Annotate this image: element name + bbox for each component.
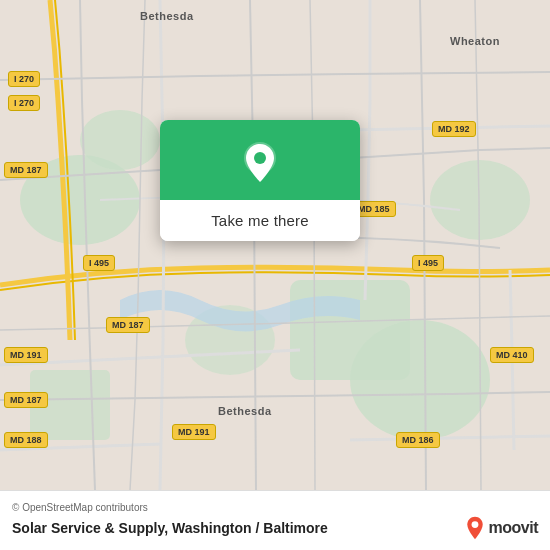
svg-point-2 xyxy=(80,110,160,170)
bethesda-bottom-label: Bethesda xyxy=(218,405,272,417)
md192-label: MD 192 xyxy=(432,121,476,137)
location-pin-icon xyxy=(238,140,282,184)
bethesda-top-label: Bethesda xyxy=(140,10,194,22)
md191-label-b: MD 191 xyxy=(172,424,216,440)
i495-label-a: I 495 xyxy=(83,255,115,271)
moovit-pin-icon xyxy=(465,516,485,540)
map-container: Bethesda Wheaton Bethesda I 270 I 270 MD… xyxy=(0,0,550,490)
map-background xyxy=(0,0,550,490)
location-title: Solar Service & Supply, Washington / Bal… xyxy=(12,520,328,536)
card-green-header xyxy=(160,120,360,200)
svg-point-4 xyxy=(350,320,490,440)
md186-label: MD 186 xyxy=(396,432,440,448)
moovit-text: moovit xyxy=(489,519,538,537)
bottom-bar: © OpenStreetMap contributors Solar Servi… xyxy=(0,490,550,550)
md188-label: MD 188 xyxy=(4,432,48,448)
md410-label: MD 410 xyxy=(490,347,534,363)
i270-label-b: I 270 xyxy=(8,95,40,111)
svg-point-10 xyxy=(471,521,478,528)
i270-label-a: I 270 xyxy=(8,71,40,87)
i495-label-b: I 495 xyxy=(412,255,444,271)
moovit-logo: moovit xyxy=(465,516,538,540)
svg-point-5 xyxy=(430,160,530,240)
attribution-text: © OpenStreetMap contributors xyxy=(12,502,538,513)
location-title-row: Solar Service & Supply, Washington / Bal… xyxy=(12,516,538,540)
location-card: Take me there xyxy=(160,120,360,241)
md187-label-c: MD 187 xyxy=(4,392,48,408)
md187-label-b: MD 187 xyxy=(106,317,150,333)
take-me-there-button[interactable]: Take me there xyxy=(160,200,360,241)
svg-point-9 xyxy=(254,152,266,164)
md187-label-a: MD 187 xyxy=(4,162,48,178)
wheaton-label: Wheaton xyxy=(450,35,500,47)
md191-label-a: MD 191 xyxy=(4,347,48,363)
